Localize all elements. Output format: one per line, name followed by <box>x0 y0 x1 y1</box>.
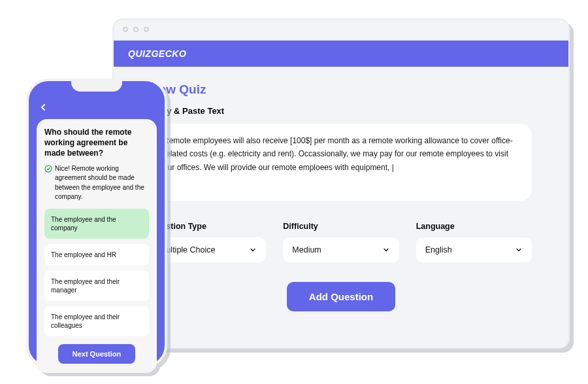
difficulty-select[interactable]: Medium <box>283 237 399 262</box>
main-content: New Quiz Copy & Paste Text Remote employ… <box>114 67 568 311</box>
window-dot-min[interactable] <box>133 27 139 32</box>
section-label: Copy & Paste Text <box>150 106 532 116</box>
phone-top-bar <box>37 98 157 119</box>
difficulty-group: Difficulty Medium <box>283 222 399 262</box>
language-select[interactable]: English <box>416 237 532 262</box>
browser-window: QUIZGECKO New Quiz Copy & Paste Text Rem… <box>112 18 570 349</box>
page-title: New Quiz <box>150 82 532 97</box>
question-type-value: Multiple Choice <box>159 245 215 254</box>
quiz-feedback: Nice! Remote working agreement should be… <box>44 164 149 202</box>
svg-point-0 <box>45 166 52 172</box>
question-type-group: Question Type Multiple Choice <box>150 222 266 262</box>
question-type-label: Question Type <box>150 222 266 231</box>
quiz-option-2[interactable]: The employee and HR <box>44 244 149 266</box>
language-group: Language English <box>416 222 532 262</box>
dropdown-row: Question Type Multiple Choice Difficulty… <box>150 222 532 262</box>
quiz-option-1[interactable]: The employee and the company <box>44 209 149 239</box>
phone-notch <box>71 80 122 92</box>
language-value: English <box>425 245 452 254</box>
brand-logo: QUIZGECKO <box>128 48 186 59</box>
paste-textarea[interactable]: Remote employees will also receive [100$… <box>150 124 532 201</box>
quiz-feedback-text: Nice! Remote working agreement should be… <box>55 164 149 202</box>
chevron-down-icon <box>382 246 390 254</box>
chevron-down-icon <box>515 246 523 254</box>
quiz-question: Who should the remote working agreement … <box>44 127 149 159</box>
quiz-option-3[interactable]: The employee and their manager <box>44 271 149 301</box>
question-type-select[interactable]: Multiple Choice <box>150 237 266 262</box>
language-label: Language <box>416 222 532 231</box>
add-question-button[interactable]: Add Question <box>287 282 395 311</box>
chevron-down-icon <box>249 246 257 254</box>
next-question-button[interactable]: Next Question <box>58 344 136 364</box>
phone-mockup: Who should the remote working agreement … <box>26 79 167 368</box>
browser-titlebar <box>114 20 568 41</box>
window-dot-close[interactable] <box>123 27 128 32</box>
back-icon[interactable] <box>38 102 48 113</box>
difficulty-value: Medium <box>292 245 321 254</box>
window-dot-max[interactable] <box>144 27 149 32</box>
check-circle-icon <box>44 165 52 173</box>
quiz-option-4[interactable]: The employee and their colleagues <box>44 306 149 336</box>
difficulty-label: Difficulty <box>283 222 399 231</box>
quiz-card: Who should the remote working agreement … <box>37 119 157 373</box>
brand-bar: QUIZGECKO <box>114 41 568 67</box>
